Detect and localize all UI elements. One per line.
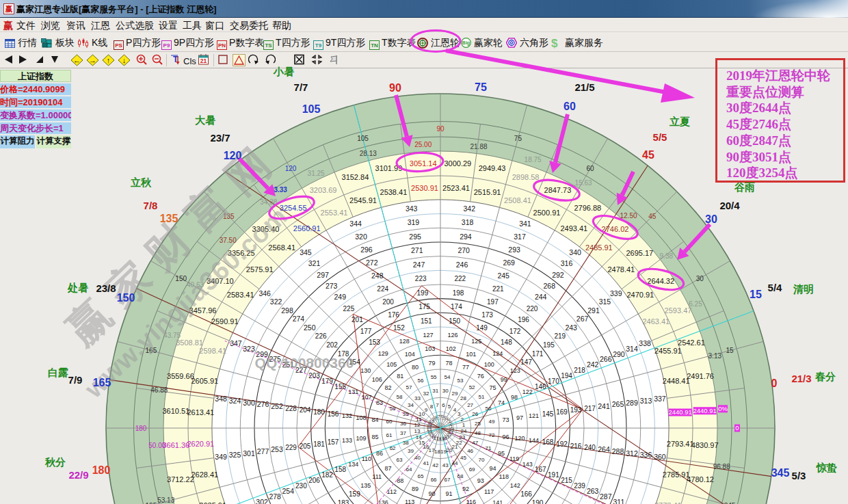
- svg-text:立秋: 立秋: [130, 176, 152, 188]
- svg-text:90: 90: [428, 490, 435, 497]
- svg-text:14: 14: [416, 434, 422, 440]
- svg-text:20: 20: [447, 447, 453, 453]
- svg-text:165: 165: [146, 347, 157, 354]
- svg-text:222: 222: [454, 275, 466, 282]
- svg-text:316: 316: [561, 259, 573, 267]
- svg-text:196: 196: [518, 316, 529, 323]
- svg-text:312: 312: [626, 449, 638, 457]
- svg-text:320: 320: [355, 233, 367, 241]
- svg-text:292: 292: [552, 271, 564, 279]
- svg-text:22/9: 22/9: [68, 469, 88, 481]
- svg-text:57: 57: [406, 384, 412, 390]
- svg-text:290: 290: [613, 350, 625, 358]
- svg-text:299: 299: [256, 350, 268, 358]
- svg-text:2598.41: 2598.41: [199, 347, 226, 355]
- svg-text:39: 39: [408, 448, 414, 454]
- svg-text:25.00: 25.00: [414, 141, 432, 148]
- svg-text:228: 228: [285, 405, 297, 412]
- svg-text:348: 348: [215, 395, 227, 403]
- svg-text:50: 50: [485, 406, 491, 412]
- svg-text:346: 346: [259, 289, 271, 297]
- svg-text:144: 144: [529, 437, 539, 444]
- svg-text:156: 156: [328, 410, 339, 418]
- svg-text:195: 195: [543, 341, 555, 349]
- svg-text:151: 151: [421, 317, 432, 325]
- svg-text:201: 201: [352, 316, 363, 323]
- svg-text:12: 12: [414, 422, 421, 428]
- svg-text:133: 133: [342, 437, 352, 444]
- svg-text:40.63: 40.63: [187, 281, 204, 289]
- svg-text:15: 15: [419, 440, 425, 446]
- svg-text:5/5: 5/5: [653, 131, 667, 143]
- svg-text:4: 4: [453, 407, 457, 413]
- svg-text:2545.91: 2545.91: [349, 196, 377, 204]
- svg-text:91: 91: [446, 490, 453, 497]
- svg-text:90: 90: [389, 82, 401, 94]
- svg-text:25: 25: [475, 421, 481, 427]
- svg-text:105: 105: [386, 361, 397, 368]
- svg-text:179: 179: [321, 377, 333, 385]
- svg-text:2568.41: 2568.41: [268, 243, 295, 252]
- svg-text:191: 191: [548, 471, 559, 479]
- svg-text:272: 272: [366, 258, 378, 267]
- svg-text:37.50: 37.50: [220, 237, 237, 244]
- svg-text:321: 321: [308, 259, 321, 267]
- svg-text:87: 87: [385, 465, 392, 472]
- svg-text:126: 126: [447, 332, 458, 339]
- svg-text:341: 341: [519, 220, 531, 228]
- svg-text:9: 9: [425, 407, 428, 413]
- svg-text:131: 131: [348, 388, 358, 395]
- svg-text:338: 338: [639, 339, 651, 347]
- svg-text:11: 11: [416, 416, 422, 423]
- svg-text:2793.41: 2793.41: [667, 440, 694, 448]
- svg-text:117: 117: [484, 488, 494, 495]
- svg-text:→: →: [89, 56, 96, 64]
- svg-text:266: 266: [600, 355, 612, 363]
- svg-text:↑: ↑: [107, 56, 111, 64]
- svg-text:124: 124: [492, 350, 503, 357]
- svg-text:202: 202: [326, 341, 338, 349]
- svg-text:116: 116: [466, 499, 476, 504]
- svg-text:18: 18: [434, 449, 440, 455]
- svg-text:77: 77: [462, 364, 469, 371]
- svg-text:2523.41: 2523.41: [442, 184, 470, 192]
- svg-text:203: 203: [308, 372, 320, 380]
- svg-text:www.yingjia360.com: www.yingjia360.com: [79, 201, 293, 403]
- svg-text:230: 230: [295, 482, 307, 490]
- svg-text:23/7: 23/7: [210, 132, 230, 144]
- svg-text:275: 275: [269, 355, 281, 363]
- svg-text:13: 13: [414, 428, 421, 434]
- svg-text:67: 67: [444, 477, 450, 483]
- svg-text:317: 317: [514, 233, 526, 241]
- svg-text:98: 98: [511, 394, 518, 401]
- svg-text:109: 109: [356, 435, 366, 442]
- svg-text:2746.02: 2746.02: [602, 225, 629, 233]
- svg-text:2785.91: 2785.91: [663, 470, 690, 479]
- svg-text:301: 301: [243, 449, 255, 457]
- svg-text:96: 96: [502, 434, 509, 440]
- svg-text:147: 147: [520, 358, 532, 366]
- svg-text:45: 45: [460, 455, 466, 461]
- svg-text:17: 17: [428, 447, 434, 453]
- svg-text:265: 265: [612, 400, 624, 408]
- svg-text:289: 289: [626, 399, 638, 407]
- svg-text:42: 42: [432, 462, 438, 468]
- svg-text:298: 298: [281, 306, 293, 315]
- svg-text:247: 247: [413, 261, 425, 269]
- svg-text:342: 342: [464, 204, 476, 213]
- svg-text:17: 17: [434, 436, 438, 440]
- svg-text:173: 173: [481, 311, 493, 319]
- svg-text:105: 105: [357, 135, 369, 142]
- svg-text:13: 13: [427, 427, 432, 432]
- svg-text:99: 99: [501, 376, 507, 383]
- svg-text:215: 215: [561, 477, 572, 484]
- svg-text:192: 192: [556, 440, 568, 448]
- svg-text:8: 8: [430, 403, 434, 410]
- svg-text:108: 108: [356, 414, 366, 421]
- svg-text:216: 216: [570, 442, 582, 450]
- svg-text:324: 324: [229, 397, 241, 405]
- svg-text:206: 206: [308, 477, 320, 484]
- svg-text:85: 85: [371, 434, 378, 440]
- svg-text:6.25: 6.25: [689, 300, 702, 308]
- svg-text:242: 242: [587, 360, 599, 369]
